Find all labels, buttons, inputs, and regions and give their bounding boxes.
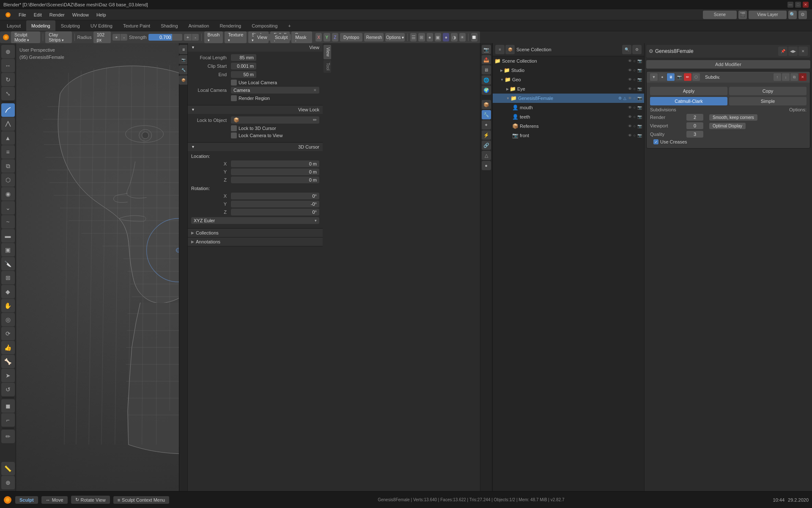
menu-file[interactable]: File bbox=[15, 11, 30, 18]
sc-outliner-icon[interactable]: ≡ bbox=[495, 45, 505, 54]
sc-eye-item-arrow[interactable]: ▶ bbox=[506, 87, 509, 91]
rot-y-value[interactable]: -0° bbox=[231, 201, 319, 207]
sc-select-eye[interactable]: ○ bbox=[633, 87, 636, 91]
tool-pose[interactable]: 🦴 bbox=[1, 355, 15, 368]
props-scene-icon[interactable]: 🌐 bbox=[482, 75, 491, 85]
tab-shading[interactable]: Shading bbox=[156, 20, 183, 31]
sc-item-scene-collection[interactable]: 📁 Scene Collection 👁 ○ 📷 bbox=[493, 56, 644, 66]
sc-render-front[interactable]: 📷 bbox=[637, 133, 642, 138]
tool-nudge[interactable]: ➤ bbox=[1, 369, 15, 382]
subdiv-cage-btn[interactable]: ⬡ bbox=[692, 73, 700, 81]
sc-select-mouth[interactable]: ○ bbox=[633, 105, 636, 110]
options-btn[interactable]: Options ▾ bbox=[385, 33, 405, 41]
viewport-options-2[interactable]: ☰ bbox=[410, 33, 417, 41]
sc-render-scene[interactable]: 📷 bbox=[637, 59, 642, 63]
sc-studio-arrow[interactable]: ▶ bbox=[500, 69, 503, 72]
scene-selector[interactable]: Scene bbox=[703, 11, 737, 19]
sc-item-mouth[interactable]: 👤 mouth 👁 ○ 📷 bbox=[493, 103, 644, 112]
remesh-btn[interactable]: Remesh bbox=[364, 33, 384, 41]
props-render-icon[interactable]: 📷 bbox=[482, 45, 491, 54]
simple-btn[interactable]: Simple bbox=[729, 97, 807, 105]
loc-z-value[interactable]: 0 m bbox=[231, 177, 319, 183]
props-world-icon[interactable]: 🌍 bbox=[482, 86, 491, 95]
sc-select-referens[interactable]: ○ bbox=[633, 124, 636, 128]
render-engine[interactable]: 🎬 bbox=[738, 11, 747, 19]
local-camera-check[interactable] bbox=[231, 80, 237, 86]
sc-genesis-arrow[interactable]: ▼ bbox=[506, 97, 510, 100]
tool-scale[interactable]: ⤡ bbox=[1, 87, 15, 100]
sc-item-eye[interactable]: ▶ 📁 Eye 👁 ○ 📷 bbox=[493, 84, 644, 94]
subdiv-delete-btn[interactable]: ✕ bbox=[799, 73, 807, 81]
tool-measure[interactable]: 📏 bbox=[1, 462, 15, 475]
sc-eye-front[interactable]: 👁 bbox=[628, 133, 632, 138]
cursor-3d-header[interactable]: ▼ 3D Cursor bbox=[188, 143, 323, 151]
render-value[interactable]: 2 bbox=[686, 114, 703, 121]
sc-render-mouth[interactable]: 📷 bbox=[637, 105, 642, 110]
sc-render-studio[interactable]: 📷 bbox=[637, 68, 642, 72]
menu-render[interactable]: Render bbox=[46, 11, 68, 18]
menu-blender[interactable] bbox=[2, 11, 14, 18]
tool-pinch[interactable]: ◆ bbox=[1, 285, 15, 298]
dyntopo-btn[interactable]: Dyntopo bbox=[340, 33, 363, 41]
props-view-icon[interactable]: 🖥 bbox=[482, 65, 491, 75]
quality-value[interactable]: 3 bbox=[686, 131, 703, 138]
tool-move[interactable]: ↔ bbox=[1, 59, 15, 72]
viewport-gizmo[interactable]: ⊞ bbox=[418, 33, 425, 41]
brush-btn[interactable]: Brush bbox=[204, 31, 223, 43]
lock-to-object-value[interactable]: 📦 ✏ bbox=[231, 116, 319, 124]
sc-eye-studio[interactable]: 👁 bbox=[628, 68, 632, 72]
sc-select-front[interactable]: ○ bbox=[633, 133, 636, 138]
sc-item-teeth[interactable]: 👤 teeth 👁 ○ 📷 bbox=[493, 112, 644, 121]
tool-snake-hook[interactable]: ⟳ bbox=[1, 327, 15, 340]
npanel-tab-view[interactable]: View bbox=[324, 45, 331, 59]
clip-start-value[interactable]: 0.001 m bbox=[231, 63, 256, 69]
sculpt-mode-status[interactable]: Sculpt bbox=[15, 496, 38, 504]
sc-eye-mouth[interactable]: 👁 bbox=[628, 105, 632, 110]
tool-grab[interactable]: ✋ bbox=[1, 299, 15, 312]
sc-filter-icon[interactable]: 🔍 bbox=[622, 45, 631, 54]
sc-render-eye[interactable]: 📷 bbox=[637, 87, 642, 91]
viewport-y-icon[interactable]: Y bbox=[324, 33, 330, 41]
shading-wire[interactable]: ▣ bbox=[435, 33, 441, 41]
sc-item-referens[interactable]: 📦 Referens 👁 ○ 📷 bbox=[493, 121, 644, 131]
sc-select-genesis[interactable]: ○ bbox=[633, 96, 636, 100]
subdiv-render-btn[interactable]: 📷 bbox=[675, 73, 683, 81]
tab-rendering[interactable]: Rendering bbox=[214, 20, 246, 31]
right-bar-view-icon[interactable]: 🖥 bbox=[179, 45, 188, 54]
viewport-value[interactable]: 0 bbox=[686, 122, 703, 129]
radius-value[interactable]: 102 px bbox=[93, 31, 111, 43]
strength-value[interactable]: 0.700 bbox=[148, 34, 182, 41]
view-section-header[interactable]: ▼ View bbox=[188, 43, 323, 52]
sc-settings-icon[interactable]: ⚙ bbox=[632, 45, 642, 54]
view-mode-toggle[interactable]: 🔲 bbox=[471, 33, 477, 41]
annotations-header[interactable]: ▶ Annotations bbox=[188, 237, 323, 246]
tool-smooth[interactable]: ~ bbox=[1, 215, 15, 229]
rot-z-value[interactable]: 0° bbox=[231, 209, 319, 215]
subdiv-realtime-btn[interactable]: 🖥 bbox=[667, 73, 675, 81]
loc-x-value[interactable]: 0 m bbox=[231, 160, 319, 167]
view-sub-btn[interactable]: View bbox=[254, 34, 271, 41]
sc-select-geo[interactable]: ○ bbox=[633, 77, 636, 82]
shading-mat[interactable]: ◑ bbox=[451, 33, 457, 41]
add-modifier-button[interactable]: Add Modifier bbox=[646, 60, 810, 69]
sculpt-context-btn[interactable]: ≡ Sculpt Context Menu bbox=[113, 496, 170, 504]
subdiv-move-down-btn[interactable]: ↓ bbox=[782, 73, 790, 81]
sc-render-referens[interactable]: 📷 bbox=[637, 124, 642, 128]
tab-add[interactable]: + bbox=[283, 20, 296, 31]
render-region-check[interactable] bbox=[231, 95, 237, 101]
settings-btn[interactable]: ⚙ bbox=[798, 11, 807, 19]
sc-geo-arrow[interactable]: ▼ bbox=[500, 78, 504, 82]
sc-eye-referens[interactable]: 👁 bbox=[628, 124, 632, 128]
props-constraint-icon[interactable]: 🔗 bbox=[482, 141, 491, 150]
sc-type-icon[interactable]: 📦 bbox=[505, 45, 515, 54]
right-bar-render-icon[interactable]: 📷 bbox=[179, 55, 188, 64]
tool-multires[interactable]: ⊞ bbox=[1, 271, 15, 284]
brush-name-selector[interactable]: Clay Strips bbox=[45, 31, 71, 43]
viewport-z-icon[interactable]: Z bbox=[332, 33, 338, 41]
tab-layout[interactable]: Layout bbox=[2, 20, 26, 31]
tool-annotation[interactable]: ✏ bbox=[1, 430, 15, 443]
radius-pm[interactable]: +- bbox=[112, 34, 127, 41]
sc-render-genesis[interactable]: 📷 bbox=[637, 96, 642, 100]
clip-end-value[interactable]: 50 m bbox=[231, 71, 256, 78]
tool-clay[interactable]: ▲ bbox=[1, 131, 15, 145]
